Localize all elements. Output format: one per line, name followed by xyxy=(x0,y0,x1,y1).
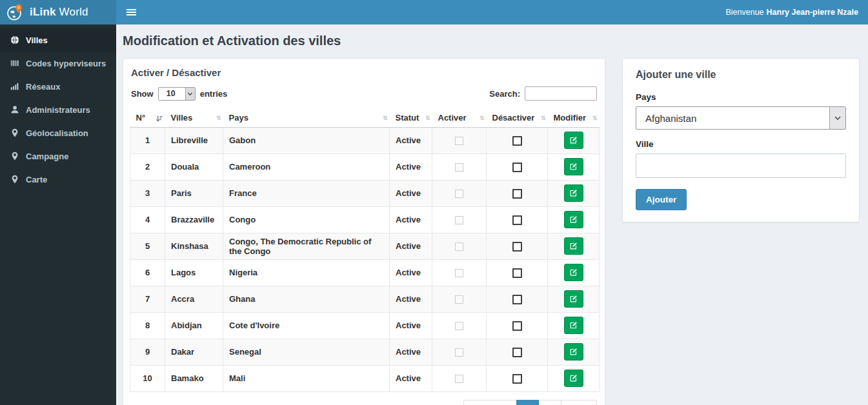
ville-cell: Brazzaville xyxy=(165,206,223,233)
desactiver-checkbox[interactable] xyxy=(512,348,522,357)
map-marker-icon xyxy=(10,152,19,161)
brand-title: iLink World xyxy=(30,6,88,19)
row-number-cell: 10 xyxy=(130,365,165,391)
col-header-villes[interactable]: Villes⇅ xyxy=(165,109,223,127)
sidebar-item-codes-hyperviseurs[interactable]: Codes hyperviseurs xyxy=(0,52,116,75)
modifier-button[interactable] xyxy=(564,184,583,202)
sidebar-item-villes[interactable]: Villes xyxy=(0,28,116,52)
pays-cell: Congo xyxy=(223,206,390,233)
ville-cell: Bamako xyxy=(165,365,223,391)
pays-cell: Gabon xyxy=(223,127,390,153)
main-content: Modification et Activation des villes Ac… xyxy=(116,25,868,405)
modifier-button[interactable] xyxy=(564,317,583,334)
table-panel-title: Activer / Désactiver xyxy=(131,67,598,78)
pagination-next-button[interactable]: Next xyxy=(561,400,597,405)
statut-cell: Active xyxy=(390,259,432,286)
table-row: 7 Accra Ghana Active xyxy=(130,286,600,312)
sort-icon: ⇅ xyxy=(592,115,597,121)
col-header-modifier[interactable]: Modifier⇅ xyxy=(548,109,600,127)
search-label: Search: xyxy=(489,89,520,99)
modifier-button[interactable] xyxy=(564,370,583,387)
page-title: Modification et Activation des villes xyxy=(123,34,860,48)
edit-icon xyxy=(569,374,578,382)
table-row: 9 Dakar Senegal Active xyxy=(130,339,600,365)
row-number-cell: 1 xyxy=(130,127,165,153)
pagination-page-2-button[interactable]: 2 xyxy=(539,400,561,405)
sidebar-item-geolocalisation[interactable]: Géolocalisation xyxy=(0,121,116,144)
row-number-cell: 2 xyxy=(130,153,165,180)
pays-cell: Cameroon xyxy=(223,153,390,180)
table-summary: Showing 1 to 10 of 17 entries xyxy=(131,400,247,405)
desactiver-checkbox[interactable] xyxy=(512,321,522,331)
table-header-row: N° Villes⇅ Pays⇅ Statut⇅ Activer⇅ Désact… xyxy=(130,109,600,127)
city-name-input[interactable] xyxy=(636,153,846,178)
page-size-select[interactable]: 10 xyxy=(158,87,196,101)
col-header-pays[interactable]: Pays⇅ xyxy=(223,109,390,127)
activer-checkbox xyxy=(455,348,463,357)
desactiver-checkbox[interactable] xyxy=(512,163,522,172)
sort-icon: ⇅ xyxy=(216,115,221,121)
table-row: 5 Kinshasa Congo, The Democratic Republi… xyxy=(130,233,600,259)
desactiver-checkbox[interactable] xyxy=(512,136,522,146)
edit-icon xyxy=(569,136,578,144)
col-header-statut[interactable]: Statut⇅ xyxy=(390,109,432,127)
sidebar-item-administrateurs[interactable]: Administrateurs xyxy=(0,98,116,121)
ville-cell: Douala xyxy=(165,153,223,180)
sidebar-toggle-hamburger-icon[interactable] xyxy=(116,0,146,25)
desactiver-checkbox[interactable] xyxy=(512,374,522,384)
pays-cell: Nigeria xyxy=(223,259,390,286)
table-row: 8 Abidjan Cote d'Ivoire Active xyxy=(130,312,600,339)
col-header-desactiver[interactable]: Désactiver⇅ xyxy=(487,109,548,127)
sidebar-item-campagne[interactable]: Campagne xyxy=(0,144,116,168)
search-input[interactable] xyxy=(525,86,597,101)
edit-icon xyxy=(569,348,578,356)
pagination: Previous 12 Next xyxy=(463,400,597,405)
pagination-page-1-button[interactable]: 1 xyxy=(516,400,539,405)
row-number-cell: 4 xyxy=(130,206,165,233)
edit-icon xyxy=(569,268,578,277)
modifier-button[interactable] xyxy=(564,211,583,228)
sort-asc-icon xyxy=(156,114,163,121)
modifier-button[interactable] xyxy=(564,343,583,361)
modifier-button[interactable] xyxy=(564,132,583,149)
activer-checkbox xyxy=(455,137,463,145)
pays-cell: Ghana xyxy=(223,286,390,312)
globe-pin-logo-icon xyxy=(6,4,24,21)
sidebar-item-reseaux[interactable]: Réseaux xyxy=(0,75,116,98)
table-row: 4 Brazzaville Congo Active xyxy=(130,206,600,233)
table-row: 3 Paris France Active xyxy=(130,180,600,206)
map-marker-icon xyxy=(10,175,19,184)
desactiver-checkbox[interactable] xyxy=(512,295,522,304)
sort-icon: ⇅ xyxy=(479,115,484,121)
row-number-cell: 3 xyxy=(130,180,165,206)
statut-cell: Active xyxy=(390,339,432,365)
modifier-button[interactable] xyxy=(564,158,583,175)
desactiver-checkbox[interactable] xyxy=(512,189,522,199)
edit-icon xyxy=(569,295,578,303)
modifier-button[interactable] xyxy=(564,264,583,281)
app-logo[interactable]: iLink World xyxy=(0,0,116,25)
country-select[interactable]: Afghanistan xyxy=(636,106,846,130)
statut-cell: Active xyxy=(390,153,432,180)
statut-cell: Active xyxy=(390,180,432,206)
globe-icon xyxy=(10,35,19,45)
pagination-previous-button[interactable]: Previous xyxy=(463,400,517,405)
col-header-activer[interactable]: Activer⇅ xyxy=(432,109,487,127)
activer-checkbox xyxy=(455,242,463,251)
row-number-cell: 8 xyxy=(130,312,165,339)
desactiver-checkbox[interactable] xyxy=(512,268,522,278)
ajouter-button[interactable]: Ajouter xyxy=(636,189,687,210)
sort-icon: ⇅ xyxy=(383,115,387,121)
signal-icon xyxy=(10,82,19,92)
desactiver-checkbox[interactable] xyxy=(512,215,522,225)
col-header-no[interactable]: N° xyxy=(130,109,165,127)
modifier-button[interactable] xyxy=(564,290,583,308)
ville-cell: Paris xyxy=(165,180,223,206)
table-row: 6 Lagos Nigeria Active xyxy=(130,259,600,286)
add-city-title: Ajouter une ville xyxy=(636,69,846,81)
desactiver-checkbox[interactable] xyxy=(512,242,522,252)
barcode-icon xyxy=(10,59,19,68)
modifier-button[interactable] xyxy=(564,237,583,255)
sidebar-item-carte[interactable]: Carte xyxy=(0,168,116,191)
show-label: Show xyxy=(131,89,154,99)
